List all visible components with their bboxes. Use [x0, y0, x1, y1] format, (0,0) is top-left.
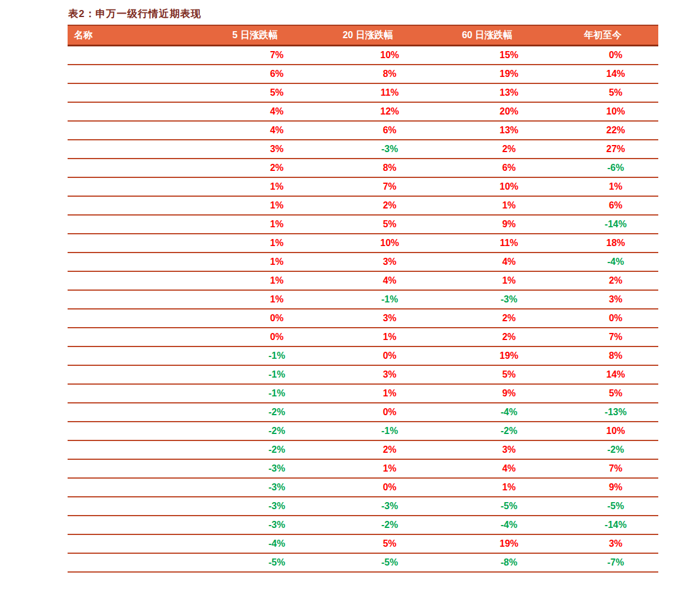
cell-5d-change: -2% — [219, 422, 334, 440]
cell-5d-change: 6% — [219, 65, 334, 83]
cell-5d-change: -2% — [219, 403, 334, 422]
cell-industry-name — [68, 553, 219, 572]
cell-5d-change: 1% — [219, 196, 334, 215]
table-row: -4% 5% 19% 3% — [68, 534, 658, 553]
cell-ytd-change: -2% — [573, 440, 658, 459]
cell-ytd-change: 3% — [573, 534, 658, 553]
cell-5d-change: 7% — [219, 46, 334, 65]
column-header-name: 名称 — [68, 25, 219, 46]
table-row: 2% 8% 6% -6% — [68, 159, 658, 177]
cell-20d-change: 3% — [334, 253, 445, 271]
cell-20d-change: 2% — [334, 196, 445, 215]
cell-20d-change: 1% — [334, 328, 445, 346]
cell-ytd-change: 27% — [573, 140, 658, 159]
cell-ytd-change: 1% — [573, 177, 658, 196]
column-header-60d-change: 60 日涨跌幅 — [445, 25, 573, 46]
table-row: 1% 5% 9% -14% — [68, 215, 658, 234]
cell-ytd-change: -5% — [573, 497, 658, 516]
cell-industry-name — [68, 159, 219, 177]
table-row: 0% 1% 2% 7% — [68, 328, 658, 346]
cell-60d-change: 1% — [445, 478, 573, 497]
cell-20d-change: 3% — [334, 309, 445, 328]
cell-industry-name — [68, 403, 219, 422]
cell-60d-change: -5% — [445, 497, 573, 516]
cell-20d-change: -3% — [334, 497, 445, 516]
cell-20d-change: 3% — [334, 365, 445, 384]
cell-20d-change: 8% — [334, 65, 445, 83]
table-row: 1% 7% 10% 1% — [68, 177, 658, 196]
table-header-row: 名称 5 日涨跌幅 20 日涨跌幅 60 日涨跌幅 年初至今 — [68, 25, 658, 46]
cell-60d-change: 15% — [445, 46, 573, 65]
cell-ytd-change: 10% — [573, 102, 658, 121]
cell-60d-change: 11% — [445, 234, 573, 253]
cell-20d-change: -1% — [334, 422, 445, 440]
table-row: 1% 10% 11% 18% — [68, 234, 658, 253]
table-title: 表2：申万一级行情近期表现 — [68, 7, 658, 21]
cell-ytd-change: 5% — [573, 384, 658, 403]
cell-20d-change: 10% — [334, 46, 445, 65]
cell-20d-change: 2% — [334, 440, 445, 459]
cell-industry-name — [68, 365, 219, 384]
cell-20d-change: 1% — [334, 459, 445, 478]
table-row: 3% -3% 2% 27% — [68, 140, 658, 159]
cell-industry-name — [68, 440, 219, 459]
cell-ytd-change: 7% — [573, 459, 658, 478]
cell-60d-change: -4% — [445, 403, 573, 422]
cell-industry-name — [68, 234, 219, 253]
cell-industry-name — [68, 102, 219, 121]
cell-industry-name — [68, 83, 219, 102]
cell-20d-change: 1% — [334, 384, 445, 403]
cell-industry-name — [68, 497, 219, 516]
cell-ytd-change: -7% — [573, 553, 658, 572]
cell-60d-change: 19% — [445, 534, 573, 553]
cell-5d-change: 1% — [219, 177, 334, 196]
cell-20d-change: 8% — [334, 159, 445, 177]
cell-5d-change: -3% — [219, 497, 334, 516]
cell-industry-name — [68, 215, 219, 234]
cell-ytd-change: 6% — [573, 196, 658, 215]
cell-20d-change: 4% — [334, 271, 445, 290]
cell-60d-change: -2% — [445, 422, 573, 440]
table-row: -3% -2% -4% -14% — [68, 516, 658, 534]
column-header-5d-change: 5 日涨跌幅 — [219, 25, 334, 46]
cell-60d-change: 1% — [445, 196, 573, 215]
cell-5d-change: -3% — [219, 516, 334, 534]
cell-5d-change: -5% — [219, 553, 334, 572]
cell-5d-change: -3% — [219, 478, 334, 497]
cell-60d-change: 3% — [445, 440, 573, 459]
cell-industry-name — [68, 478, 219, 497]
table-row: 1% -1% -3% 3% — [68, 290, 658, 309]
table-row: 6% 8% 19% 14% — [68, 65, 658, 83]
cell-20d-change: -3% — [334, 140, 445, 159]
cell-5d-change: 1% — [219, 215, 334, 234]
cell-ytd-change: 0% — [573, 309, 658, 328]
cell-20d-change: 5% — [334, 534, 445, 553]
cell-60d-change: 19% — [445, 346, 573, 365]
cell-5d-change: 1% — [219, 234, 334, 253]
cell-industry-name — [68, 177, 219, 196]
cell-5d-change: -2% — [219, 440, 334, 459]
table-row: 0% 3% 2% 0% — [68, 309, 658, 328]
cell-20d-change: 0% — [334, 346, 445, 365]
table-row: -2% 2% 3% -2% — [68, 440, 658, 459]
table-row: -5% -5% -8% -7% — [68, 553, 658, 572]
cell-5d-change: 1% — [219, 271, 334, 290]
column-header-20d-change: 20 日涨跌幅 — [334, 25, 445, 46]
industry-performance-table: 名称 5 日涨跌幅 20 日涨跌幅 60 日涨跌幅 年初至今 7% 10% 15… — [68, 25, 658, 573]
cell-ytd-change: 22% — [573, 121, 658, 140]
cell-20d-change: -1% — [334, 290, 445, 309]
cell-60d-change: 2% — [445, 140, 573, 159]
cell-60d-change: 19% — [445, 65, 573, 83]
cell-5d-change: 0% — [219, 309, 334, 328]
cell-60d-change: -3% — [445, 290, 573, 309]
cell-ytd-change: 3% — [573, 290, 658, 309]
cell-5d-change: 0% — [219, 328, 334, 346]
cell-20d-change: 6% — [334, 121, 445, 140]
cell-5d-change: 1% — [219, 290, 334, 309]
cell-5d-change: -4% — [219, 534, 334, 553]
cell-60d-change: 10% — [445, 177, 573, 196]
cell-60d-change: 1% — [445, 271, 573, 290]
table-body: 7% 10% 15% 0% 6% 8% 19% 14% 5% 11% 13% 5… — [68, 46, 658, 573]
table-row: -3% 0% 1% 9% — [68, 478, 658, 497]
column-header-ytd: 年初至今 — [573, 25, 658, 46]
